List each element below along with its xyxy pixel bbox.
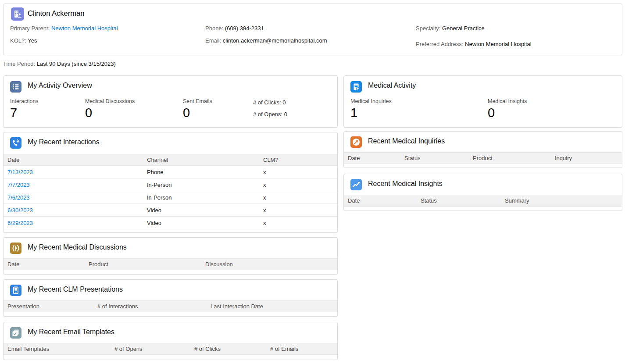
table-row: 7/13/2023Phonex [4, 166, 337, 178]
stat-sent-emails: Sent Emails 0 [183, 98, 212, 120]
card-title: My Recent Email Templates [28, 328, 114, 336]
specialty-field: Specialty: General Practice [416, 25, 485, 32]
phone-field: Phone: (609) 394-2331 [205, 25, 264, 32]
time-period-value: Last 90 Days (since 3/15/2023) [37, 61, 116, 67]
date-link[interactable]: 7/7/2023 [7, 182, 30, 188]
time-period-label: Time Period: [3, 61, 35, 67]
tablet-icon [10, 285, 21, 296]
recent-clm-presentations-card: My Recent CLM Presentations Presentation… [3, 279, 338, 317]
column-header: Inquiry [551, 153, 622, 164]
card-title: My Recent Interactions [28, 138, 100, 146]
card-title: Recent Medical Insights [368, 180, 443, 188]
phone-label: Phone: [205, 25, 223, 32]
recent-medical-discussions-card: My Recent Medical Discussions DateProduc… [3, 237, 338, 275]
cell: Video [143, 217, 259, 229]
column-header: Channel [143, 154, 259, 166]
specialty-label: Specialty: [416, 25, 440, 32]
recent-interactions-card: My Recent Interactions DateChannelCLM?7/… [3, 132, 338, 233]
recent-medical-discussions-table: DateProductDiscussion [4, 258, 337, 270]
recent-email-templates-table: Email Templates# of Opens# of Clicks# of… [4, 343, 337, 355]
time-period: Time Period: Last 90 Days (since 3/15/20… [3, 61, 116, 67]
medical-activity-card: Medical Activity Medical Inquiries 1 Med… [343, 75, 622, 128]
cell: x [259, 191, 337, 204]
column-header: Status [400, 153, 469, 164]
date-link[interactable]: 7/6/2023 [7, 194, 30, 201]
table-row: 7/7/2023In-Personx [4, 178, 337, 191]
column-header: # of Clicks [190, 343, 266, 355]
cell: In-Person [143, 191, 259, 204]
cell: x [259, 204, 337, 217]
recent-medical-insights-table: DateStatusSummary [344, 195, 622, 207]
trend-icon [350, 179, 362, 190]
column-header: Date [4, 259, 85, 270]
stat-opens: # of Opens: 0 [253, 111, 287, 118]
list-icon [10, 81, 21, 93]
cell: x [259, 178, 337, 191]
recent-medical-inquiries-card: Recent Medical Inquiries DateStatusProdu… [343, 131, 622, 168]
table-row: 6/29/2023Videox [4, 217, 337, 229]
primary-parent-link[interactable]: Newton Memorial Hospital [51, 25, 118, 32]
card-title: Recent Medical Inquiries [368, 137, 445, 145]
card-title: Medical Activity [368, 82, 416, 89]
column-header: Last Interaction Date [207, 301, 337, 312]
email-value: clinton.ackerman@memorialhospital.com [223, 37, 327, 44]
cell: 6/29/2023 [4, 217, 143, 229]
column-header: Date [344, 153, 400, 164]
inquiry-icon [350, 136, 362, 148]
preferred-address-label: Preferred Address: [416, 41, 463, 47]
primary-parent-field: Primary Parent: Newton Memorial Hospital [10, 25, 118, 32]
templates-icon [10, 327, 21, 339]
stat-medical-insights: Medical Insights 0 [488, 98, 527, 120]
kol-profile-page: Clinton Ackerman Primary Parent: Newton … [0, 0, 625, 364]
column-header: # of Opens [111, 343, 190, 355]
table-row: 6/30/2023Videox [4, 204, 337, 217]
email-label: Email: [205, 37, 221, 44]
cell: x [259, 166, 337, 178]
email-field: Email: clinton.ackerman@memorialhospital… [205, 37, 327, 44]
preferred-address-value: Newton Memorial Hospital [465, 41, 532, 47]
column-header: Summary [501, 195, 622, 207]
cell: 7/7/2023 [4, 178, 143, 191]
discussion-icon [10, 243, 21, 254]
contact-name: Clinton Ackerman [28, 9, 84, 18]
column-header: Product [469, 153, 551, 164]
column-header: # of Emails [266, 343, 337, 355]
contact-header-card: Clinton Ackerman Primary Parent: Newton … [3, 4, 622, 55]
cell: In-Person [143, 178, 259, 191]
recent-medical-insights-card: Recent Medical Insights DateStatusSummar… [343, 174, 622, 211]
column-header: Email Templates [4, 343, 111, 355]
card-title: My Recent CLM Presentations [28, 285, 123, 293]
column-header: Status [417, 195, 501, 207]
cell: x [259, 217, 337, 229]
cell: 7/6/2023 [4, 191, 143, 204]
date-link[interactable]: 6/29/2023 [7, 220, 33, 226]
stat-clicks: # of Clicks: 0 [253, 99, 286, 106]
recent-clm-presentations-table: Presentation# of InteractionsLast Intera… [4, 300, 337, 312]
cell: 7/13/2023 [4, 166, 143, 178]
stat-medical-inquiries: Medical Inquiries 1 [350, 98, 392, 120]
cell: Phone [143, 166, 259, 178]
contact-icon [11, 7, 24, 21]
card-title: My Recent Medical Discussions [28, 243, 127, 251]
stat-medical-discussions: Medical Discussions 0 [85, 98, 135, 120]
column-header: # of Interactions [93, 301, 207, 312]
column-header: Product [85, 259, 201, 270]
cell: 6/30/2023 [4, 204, 143, 217]
date-link[interactable]: 7/13/2023 [7, 169, 33, 175]
card-title: My Activity Overview [28, 82, 92, 89]
kol-label: KOL?: [10, 37, 26, 44]
column-header: Date [344, 195, 417, 207]
recent-medical-inquiries-table: DateStatusProductInquiry [344, 152, 622, 164]
stat-interactions: Interactions 7 [10, 98, 39, 120]
cell: Video [143, 204, 259, 217]
column-header: Date [4, 154, 143, 166]
specialty-value: General Practice [442, 25, 485, 32]
column-header: Discussion [201, 259, 337, 270]
preferred-address-field: Preferred Address: Newton Memorial Hospi… [416, 41, 532, 47]
column-header: Presentation [4, 301, 93, 312]
table-row: 7/6/2023In-Personx [4, 191, 337, 204]
date-link[interactable]: 6/30/2023 [7, 207, 33, 214]
kol-field: KOL?: Yes [10, 37, 37, 44]
phone-value: (609) 394-2331 [225, 25, 264, 32]
column-header: CLM? [259, 154, 337, 166]
